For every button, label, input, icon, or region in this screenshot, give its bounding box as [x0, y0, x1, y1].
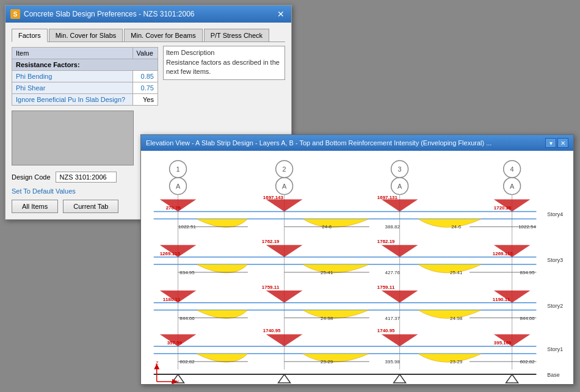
tab-min-cover-beams[interactable]: Min. Cover for Beams [124, 29, 202, 42]
svg-text:A: A [510, 183, 515, 190]
svg-text:Story3: Story3 [547, 257, 563, 263]
svg-text:24-98: 24-98 [450, 316, 463, 321]
svg-text:602.82: 602.82 [179, 359, 195, 365]
svg-text:1759.11: 1759.11 [377, 285, 395, 290]
svg-text:1180.11: 1180.11 [163, 297, 181, 302]
svg-text:Y: Y [176, 379, 180, 384]
svg-text:Story4: Story4 [547, 211, 563, 217]
elevation-title-bar: Elevation View - A Slab Strip Design - L… [141, 135, 573, 151]
svg-text:1762.19: 1762.19 [262, 239, 280, 244]
svg-text:427.76: 427.76 [385, 270, 401, 275]
tab-min-cover-slabs[interactable]: Min. Cover for Slabs [49, 29, 123, 42]
elevation-title: Elevation View - A Slab Strip Design - L… [146, 139, 491, 147]
svg-text:1697.131: 1697.131 [377, 195, 398, 200]
svg-text:A: A [282, 183, 287, 190]
tabs-row: Factors Min. Cover for Slabs Min. Cover … [12, 29, 285, 42]
close-button[interactable]: ✕ [275, 9, 286, 20]
svg-text:3: 3 [398, 165, 402, 173]
table-container: Item Value Resistance Factors: Phi Bendi… [12, 47, 158, 165]
close-elevation-button[interactable]: ✕ [557, 138, 568, 148]
elevation-window: Elevation View - A Slab Strip Design - L… [140, 134, 574, 385]
svg-text:1740.95: 1740.95 [263, 328, 281, 333]
svg-text:24-6: 24-6 [322, 224, 332, 230]
svg-text:A: A [397, 183, 402, 190]
item-description-box: Item Description Resistance factors as d… [163, 46, 285, 80]
current-tab-button[interactable]: Current Tab [63, 200, 118, 213]
svg-text:844.66: 844.66 [179, 316, 195, 321]
svg-text:270.76: 270.76 [166, 205, 181, 211]
svg-text:1762.19: 1762.19 [377, 239, 395, 244]
svg-text:4: 4 [510, 165, 514, 173]
structural-drawing: 1 A 2 A 3 A 4 A [141, 151, 573, 384]
svg-text:1: 1 [176, 165, 179, 173]
row-item-label: Phi Shear [12, 82, 133, 94]
svg-text:417.37: 417.37 [385, 316, 401, 321]
svg-text:Story1: Story1 [547, 346, 563, 352]
svg-text:24-6: 24-6 [451, 224, 461, 230]
svg-text:2: 2 [283, 165, 286, 173]
all-items-button[interactable]: All Items [12, 200, 58, 213]
title-bar: S Concrete Slab Design Preferences - NZS… [5, 5, 291, 23]
item-description-text: Resistance factors as described in the n… [166, 58, 282, 77]
minimize-button[interactable]: ▾ [545, 138, 556, 148]
app-icon: S [10, 9, 20, 19]
svg-text:1720.26: 1720.26 [494, 205, 512, 211]
table-row[interactable]: Phi Bending 0.85 [12, 71, 158, 82]
svg-text:1269.115: 1269.115 [493, 251, 513, 256]
col-item: Item [12, 48, 133, 59]
table-row[interactable]: Ignore Beneficial Pu In Slab Design? Yes [12, 94, 158, 106]
svg-text:388.82: 388.82 [385, 224, 401, 230]
design-code-label: Design Code [12, 173, 51, 181]
preferences-table: Item Value Resistance Factors: Phi Bendi… [12, 47, 158, 106]
svg-text:1697.143: 1697.143 [263, 195, 284, 200]
svg-text:395.98: 395.98 [385, 359, 401, 365]
svg-text:1740.95: 1740.95 [377, 328, 395, 333]
row-item-value: Yes [132, 94, 158, 106]
svg-text:357.59: 357.59 [167, 340, 183, 346]
svg-text:A: A [176, 183, 181, 190]
svg-text:602.82: 602.82 [520, 359, 535, 365]
dialog-title: Concrete Slab Design Preferences - NZS 3… [24, 10, 195, 18]
svg-text:25-41: 25-41 [450, 270, 463, 275]
svg-text:1269.115: 1269.115 [160, 251, 181, 256]
svg-text:25-41: 25-41 [321, 270, 333, 275]
svg-text:23-29: 23-29 [450, 359, 463, 365]
row-item-value: 0.75 [132, 82, 158, 94]
col-value: Value [132, 48, 158, 59]
item-description-label: Item Description [166, 49, 282, 56]
row-item-label: Ignore Beneficial Pu In Slab Design? [12, 94, 133, 106]
row-item-value: 0.85 [132, 71, 158, 82]
svg-text:Base: Base [547, 372, 559, 378]
row-item-label: Phi Bending [12, 71, 133, 82]
preview-box [12, 111, 134, 165]
svg-text:1022.54: 1022.54 [518, 224, 536, 230]
svg-text:1759.11: 1759.11 [262, 285, 280, 290]
svg-text:1190.11: 1190.11 [493, 297, 510, 302]
svg-text:23-29: 23-29 [321, 359, 333, 365]
design-code-value: NZS 3101:2006 [56, 172, 117, 183]
svg-text:24-98: 24-98 [321, 316, 333, 321]
tab-factors[interactable]: Factors [12, 29, 48, 42]
svg-text:395.169: 395.169 [494, 340, 512, 346]
table-row: Resistance Factors: [12, 59, 158, 71]
table-row[interactable]: Phi Shear 0.75 [12, 82, 158, 94]
elevation-canvas: 1 A 2 A 3 A 4 A [141, 151, 573, 384]
svg-text:834.95: 834.95 [179, 270, 195, 275]
svg-text:1022.51: 1022.51 [178, 224, 196, 230]
svg-text:834.95: 834.95 [520, 270, 535, 275]
section-header-cell: Resistance Factors: [12, 59, 158, 71]
svg-text:Z: Z [156, 360, 159, 366]
tab-pt-stress[interactable]: P/T Stress Check [204, 29, 269, 42]
svg-text:844.66: 844.66 [520, 316, 535, 321]
svg-text:Story2: Story2 [547, 303, 563, 309]
